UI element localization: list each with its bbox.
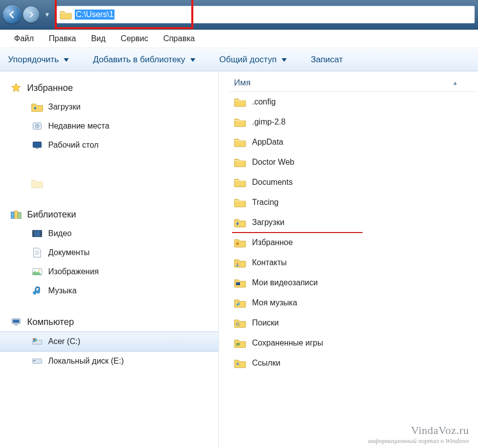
folder-music-icon: [234, 297, 246, 309]
share-button[interactable]: Общий доступ: [219, 55, 287, 65]
file-name: Загрузки: [252, 218, 284, 227]
blank-icon: [31, 158, 43, 170]
sidebar-item-images[interactable]: Изображения: [0, 262, 218, 281]
sidebar-item-label: Недавние места: [48, 122, 109, 131]
file-item[interactable]: Tracing: [229, 192, 478, 212]
menu-bar: Файл Правка Вид Сервис Справка: [0, 30, 478, 48]
folder-contacts-icon: [234, 257, 246, 269]
docs-icon: [31, 247, 43, 259]
drive-win-icon: [31, 335, 43, 348]
svg-point-11: [33, 232, 33, 232]
folder-icon: [234, 196, 246, 208]
address-bar[interactable]: C:\Users\1: [56, 6, 475, 24]
sidebar-item-label: Рабочий стол: [48, 141, 98, 150]
folder-icon: [60, 9, 72, 21]
file-item[interactable]: Ссылки: [229, 353, 478, 373]
sidebar-item-label: Acer (C:): [48, 337, 80, 346]
file-item[interactable]: Сохраненные игры: [229, 333, 478, 353]
sidebar-item-label: Музыка: [48, 286, 77, 295]
menu-edit[interactable]: Правка: [49, 34, 76, 43]
sidebar-item-unknown[interactable]: [0, 155, 218, 174]
file-item[interactable]: Загрузки: [229, 212, 478, 233]
desktop-icon: [31, 139, 43, 151]
svg-rect-2: [33, 142, 42, 148]
organize-button[interactable]: Упорядочить: [8, 55, 69, 65]
file-name: Контакты: [252, 258, 287, 267]
sidebar-item-unknown2[interactable]: [0, 174, 218, 193]
file-name: Мои видеозаписи: [252, 278, 318, 287]
file-name: Tracing: [252, 198, 279, 207]
sidebar-favorites[interactable]: Избранное: [0, 78, 218, 97]
toolbar: Упорядочить Добавить в библиотеку Общий …: [0, 48, 478, 71]
sidebar-item-drive-c[interactable]: Acer (C:): [0, 331, 218, 352]
address-path[interactable]: C:\Users\1: [75, 10, 115, 20]
back-button[interactable]: [3, 6, 21, 24]
svg-rect-28: [34, 360, 36, 361]
drive-icon: [31, 355, 43, 367]
chevron-down-icon: [64, 58, 69, 62]
file-item[interactable]: Избранное: [229, 233, 478, 253]
menu-view[interactable]: Вид: [91, 34, 105, 43]
file-name: .gimp-2.8: [252, 118, 286, 127]
menu-file[interactable]: Файл: [14, 34, 34, 43]
svg-rect-7: [18, 212, 21, 218]
sidebar-item-label: Загрузки: [48, 102, 80, 111]
svg-rect-23: [34, 341, 36, 342]
folder-video-icon: [234, 277, 246, 289]
folder-icon: [234, 116, 246, 128]
file-name: Documents: [252, 178, 293, 187]
add-to-library-button[interactable]: Добавить в библиотеку: [93, 55, 195, 65]
file-item[interactable]: Моя музыка: [229, 293, 478, 313]
folder-links-icon: [234, 357, 246, 369]
file-item[interactable]: .config: [229, 92, 478, 112]
file-item[interactable]: Doctor Web: [229, 152, 478, 172]
navigation-tree: Избранное Загрузки Недавние места Рабочи…: [0, 71, 219, 448]
sidebar-item-label: Библиотеки: [27, 209, 76, 220]
file-item[interactable]: Поиски: [229, 313, 478, 333]
navigation-bar: ▼ C:\Users\1: [0, 0, 478, 30]
computer-icon: [10, 316, 22, 328]
sidebar-item-music[interactable]: Музыка: [0, 281, 218, 300]
file-item[interactable]: Мои видеозаписи: [229, 273, 478, 293]
file-name: Избранное: [252, 238, 293, 247]
svg-rect-20: [13, 319, 20, 322]
menu-service[interactable]: Сервис: [121, 34, 148, 43]
file-item[interactable]: .gimp-2.8: [229, 112, 478, 132]
burn-button[interactable]: Записат: [311, 55, 343, 65]
file-item[interactable]: AppData: [229, 132, 478, 152]
images-icon: [31, 266, 43, 278]
sidebar-libraries[interactable]: Библиотеки: [0, 205, 218, 224]
sidebar-item-label: Документы: [48, 248, 89, 257]
file-list-pane: Имя ▲ .config.gimp-2.8AppDataDoctor WebD…: [219, 71, 478, 448]
folder-search-icon: [234, 317, 246, 329]
sidebar-item-documents[interactable]: Документы: [0, 243, 218, 262]
forward-button[interactable]: [23, 7, 39, 23]
sidebar-item-downloads[interactable]: Загрузки: [0, 97, 218, 117]
svg-rect-6: [15, 211, 18, 218]
file-item[interactable]: Контакты: [229, 253, 478, 273]
star-icon: [10, 82, 22, 94]
folder-star-icon: [234, 237, 246, 249]
sidebar-item-recent[interactable]: Недавние места: [0, 117, 218, 136]
history-dropdown[interactable]: ▼: [41, 11, 53, 18]
watermark: VindaVoz.ru информационный портал о Wind…: [368, 424, 469, 445]
svg-point-18: [39, 269, 41, 271]
sidebar-item-drive-e[interactable]: Локальный диск (E:): [0, 352, 218, 371]
folder-down-icon: [31, 101, 43, 113]
folder-icon: [234, 136, 246, 148]
sidebar-item-label: Избранное: [27, 83, 73, 93]
sidebar-item-video[interactable]: Видео: [0, 224, 218, 243]
video-icon: [31, 228, 43, 240]
sidebar-item-desktop[interactable]: Рабочий стол: [0, 136, 218, 155]
column-header-name[interactable]: Имя ▲: [229, 74, 478, 92]
libraries-icon: [10, 208, 22, 220]
menu-help[interactable]: Справка: [163, 34, 195, 43]
file-item[interactable]: Documents: [229, 172, 478, 192]
folder-icon: [234, 96, 246, 108]
sidebar-item-label: Компьютер: [27, 317, 74, 327]
folder-icon: [234, 176, 246, 188]
svg-rect-4: [36, 148, 39, 149]
sidebar-item-label: Локальный диск (E:): [48, 357, 124, 366]
sidebar-item-label: Изображения: [48, 267, 99, 276]
sidebar-computer[interactable]: Компьютер: [0, 312, 218, 331]
